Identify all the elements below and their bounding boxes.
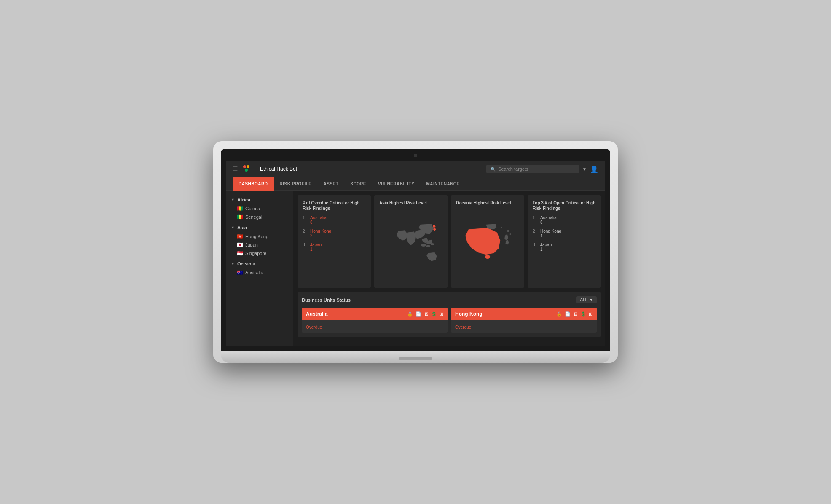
sidebar-country-guinea[interactable]: 🇬🇳 Guinea [226, 204, 293, 213]
count-value: 1 [310, 247, 322, 252]
bu-card-body-australia: Overdue [302, 320, 448, 333]
overdue-card: # of Overdue Critical or High Risk Findi… [298, 195, 371, 288]
svg-point-3 [431, 243, 434, 245]
dropdown-arrow-icon[interactable]: ▼ [582, 167, 587, 172]
menu-icon[interactable]: ☰ [233, 166, 238, 172]
bu-filter-button[interactable]: ALL ▼ [576, 296, 597, 303]
sidebar-country-japan[interactable]: 🇯🇵 Japan [226, 241, 293, 249]
list-item: 1 Australia 8 [533, 215, 596, 225]
app-header: ☰ Ethical Hack Bot 🔍 Search targets ▼ [226, 161, 605, 177]
svg-point-6 [507, 230, 509, 232]
sidebar-country-australia[interactable]: 🇦🇺 Australia [226, 268, 293, 277]
rank-number: 1 [533, 215, 537, 220]
overdue-country-japan: Japan 1 [310, 242, 322, 252]
overdue-country-australia: Australia 8 [310, 215, 327, 225]
list-item: 1 Australia 8 [303, 215, 366, 225]
flag-guinea: 🇬🇳 [237, 206, 243, 211]
tab-maintenance[interactable]: MAINTENANCE [420, 177, 465, 191]
chevron-down-icon: ▼ [231, 198, 235, 202]
asia-map-svg [379, 210, 442, 277]
tab-dashboard[interactable]: DASHBOARD [233, 177, 274, 191]
count-value: 2 [310, 233, 331, 238]
search-container[interactable]: 🔍 Search targets [486, 165, 579, 173]
chevron-down-icon: ▼ [231, 262, 235, 266]
rank-number: 2 [533, 229, 537, 233]
monitor-icon: 🖥 [424, 311, 429, 317]
top3-card: Top 3 # of Open Critical or High Risk Fi… [528, 195, 601, 288]
tab-risk-profile[interactable]: RISK PROFILE [274, 177, 318, 191]
bu-card-header-australia[interactable]: Australia 🔒 📄 🖥 💲 ⊞ [302, 308, 448, 320]
region-label: Africa [237, 197, 250, 202]
sidebar-region-asia[interactable]: ▼ Asia [226, 223, 293, 232]
sidebar-country-senegal[interactable]: 🇸🇳 Senegal [226, 213, 293, 221]
bu-card-australia: Australia 🔒 📄 🖥 💲 ⊞ [302, 308, 448, 333]
tab-vulnerability[interactable]: VULNERABILITY [372, 177, 421, 191]
country-name: Hong Kong [310, 229, 331, 233]
asia-map [379, 210, 442, 277]
sidebar-region-africa[interactable]: ▼ Africa [226, 195, 293, 204]
monitor-icon: 🖥 [573, 311, 578, 317]
bu-name-hongkong: Hong Kong [455, 311, 483, 317]
lock-icon: 🔒 [407, 311, 413, 317]
rank-number: 2 [303, 229, 307, 233]
search-icon: 🔍 [491, 167, 496, 172]
sidebar-region-oceania[interactable]: ▼ Oceania [226, 259, 293, 268]
business-units-section: Business Units Status ALL ▼ [298, 292, 601, 337]
tab-scope[interactable]: SCOPE [344, 177, 372, 191]
document-icon: 📄 [416, 311, 421, 317]
count-value: 4 [540, 233, 561, 238]
country-label: Guinea [245, 206, 260, 211]
oceania-map-card: Oceania Highest Risk Level [451, 195, 524, 288]
sidebar-country-singapore[interactable]: 🇸🇬 Singapore [226, 249, 293, 257]
country-name: Japan [540, 242, 552, 247]
filter-label: ALL [580, 298, 587, 302]
count-value: 1 [540, 247, 552, 252]
grid-icon: ⊞ [440, 311, 443, 317]
list-item: 3 Japan 1 [533, 242, 596, 252]
oceania-map [456, 210, 519, 277]
lock-icon: 🔒 [556, 311, 562, 317]
asia-map-card: Asia Highest Risk Level [374, 195, 448, 288]
overdue-label: Overdue [306, 325, 322, 330]
region-label: Asia [237, 225, 247, 230]
document-icon: 📄 [565, 311, 571, 317]
laptop-trackpad-notch [399, 357, 432, 360]
country-label: Japan [245, 242, 258, 247]
sidebar-country-hongkong[interactable]: 🇭🇰 Hong Kong [226, 232, 293, 241]
svg-point-7 [510, 233, 511, 235]
pwc-logo [243, 165, 255, 173]
bu-name-australia: Australia [306, 311, 327, 317]
country-name: Japan [310, 242, 322, 247]
bu-card-hongkong: Hong Kong 🔒 📄 🖥 💲 ⊞ [451, 308, 597, 333]
flag-hongkong: 🇭🇰 [237, 234, 243, 239]
svg-point-2 [426, 245, 430, 247]
business-units-cards: Australia 🔒 📄 🖥 💲 ⊞ [302, 308, 597, 333]
search-input[interactable]: Search targets [498, 166, 528, 172]
country-label: Hong Kong [245, 234, 268, 239]
bu-icon-group: 🔒 📄 🖥 💲 ⊞ [407, 311, 443, 317]
overdue-country-hongkong: Hong Kong 2 [310, 229, 331, 238]
country-name: Australia [310, 215, 327, 220]
user-account-icon[interactable]: 👤 [590, 165, 598, 173]
top3-country-australia: Australia 8 [540, 215, 557, 225]
svg-point-8 [501, 227, 502, 228]
tab-asset[interactable]: ASSET [318, 177, 345, 191]
sidebar-group-oceania: ▼ Oceania 🇦🇺 Australia [226, 259, 293, 277]
country-label: Singapore [245, 251, 266, 256]
bu-card-header-hongkong[interactable]: Hong Kong 🔒 📄 🖥 💲 ⊞ [451, 308, 597, 320]
sidebar: ▼ Africa 🇬🇳 Guinea 🇸🇳 Senegal [226, 191, 293, 346]
oceania-map-svg [456, 210, 519, 277]
country-label: Australia [245, 270, 263, 275]
overdue-label: Overdue [455, 325, 471, 330]
chevron-down-icon: ▼ [589, 298, 593, 302]
overdue-list: 1 Australia 8 2 [303, 215, 366, 252]
business-units-title: Business Units Status [302, 298, 351, 303]
app-title: Ethical Hack Bot [260, 166, 297, 172]
dollar-icon: 💲 [580, 311, 586, 317]
list-item: 2 Hong Kong 4 [533, 229, 596, 238]
svg-point-1 [421, 244, 426, 247]
chevron-down-icon: ▼ [231, 225, 235, 230]
count-value: 8 [310, 220, 327, 225]
flag-japan: 🇯🇵 [237, 243, 243, 247]
flag-senegal: 🇸🇳 [237, 215, 243, 219]
